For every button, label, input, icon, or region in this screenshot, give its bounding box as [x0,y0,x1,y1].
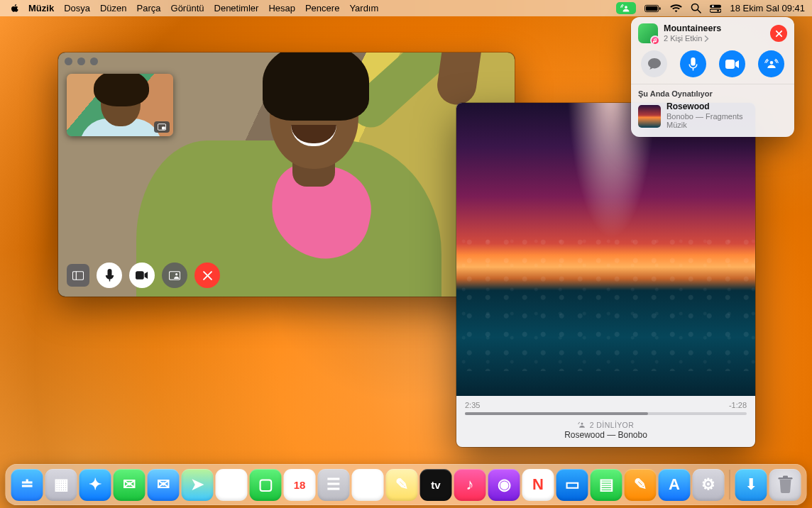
dock-music[interactable]: ♪ [454,469,486,501]
dock-facetime[interactable]: ▢ [250,469,282,501]
svg-rect-24 [725,60,735,69]
shareplay-icon [578,421,586,429]
album-artwork[interactable] [456,103,755,396]
dock-settings[interactable]: ⚙ [693,469,725,501]
control-center-icon[interactable] [710,4,721,13]
app-name[interactable]: Müzik [28,3,54,13]
shareplay-panel: Mountaineers 2 Kişi Etkin Şu Anda Oynatı… [631,17,794,137]
now-playing-heading: Şu Anda Oynatılıyor [638,89,787,98]
messages-button[interactable] [641,50,667,77]
dock-calendar[interactable]: 18 [284,469,316,501]
shareplay-button[interactable] [758,50,784,77]
scrubber[interactable] [465,412,747,415]
dock-notes[interactable]: ✎ [386,469,418,501]
shareplay-indicator[interactable] [616,2,636,14]
chevron-right-icon [704,35,709,42]
now-playing-source: Müzik [666,121,743,130]
svg-rect-22 [691,57,695,66]
group-subtitle[interactable]: 2 Kişi Etkin [664,34,764,43]
menu-account[interactable]: Hesap [268,3,295,13]
dock-numbers[interactable]: ▤ [591,469,622,501]
menu-view[interactable]: Görüntü [171,3,204,13]
dock-appstore[interactable]: A [659,469,691,501]
dock-separator [730,470,730,499]
battery-icon[interactable] [644,4,662,13]
shareplay-actions [638,49,787,84]
video-button[interactable] [719,50,745,77]
facetime-mute-button[interactable] [97,263,122,288]
spotlight-icon[interactable] [691,3,701,13]
menu-help[interactable]: Yardım [349,3,378,13]
group-avatar [638,23,658,43]
svg-point-8 [718,9,720,11]
dock-photos[interactable]: ✿ [216,469,248,501]
listeners-label: 2 DİNLİYOR [590,421,634,429]
dock-mail[interactable]: ✉ [148,469,180,501]
dock-keynote[interactable]: ▭ [556,469,588,501]
now-playing-title: Rosewood [666,102,743,112]
facetime-controls [67,263,220,288]
svg-line-4 [698,10,701,13]
dock-tv[interactable]: tv [420,469,452,501]
apple-menu[interactable] [10,4,20,13]
menu-edit[interactable]: Düzen [100,3,127,13]
dock-trash[interactable] [769,469,801,501]
dock-safari[interactable]: ✦ [79,469,111,501]
facetime-sidebar-button[interactable] [67,264,89,287]
now-playing-subtitle: Bonobo — Fragments [666,112,743,121]
dock-contacts[interactable]: ☰ [318,469,350,501]
menubar: Müzik Dosya Düzen Parça Görüntü Denetiml… [0,0,812,16]
dock-podcasts[interactable]: ◉ [488,469,520,501]
dock-finder[interactable]: ≐ [11,469,43,501]
menu-track[interactable]: Parça [137,3,161,13]
facetime-window [58,53,515,297]
svg-point-17 [175,273,177,275]
svg-rect-15 [136,271,144,280]
facetime-share-button[interactable] [162,263,187,288]
dock: ≐▦✦✉✉➤✿▢18☰☰✎tv♪◉N▭▤✎A⚙⬇ [6,464,807,505]
menu-controls[interactable]: Denetimler [214,3,259,13]
now-playing-row[interactable]: Rosewood Bonobo — Fragments Müzik [638,102,787,130]
dock-messages[interactable]: ✉ [114,469,146,501]
dock-downloads[interactable]: ⬇ [735,469,767,501]
group-name[interactable]: Mountaineers [664,23,764,33]
svg-point-7 [713,5,715,7]
pip-icon[interactable] [154,121,170,133]
mic-button[interactable] [680,50,706,77]
elapsed-time: 2:35 [465,401,480,409]
now-playing-artwork [638,105,661,128]
svg-rect-2 [659,7,661,10]
facetime-video-button[interactable] [129,263,155,288]
menubar-datetime[interactable]: 18 Ekim Sal 09:41 [730,3,805,13]
leave-shareplay-button[interactable] [770,25,787,42]
dock-launchpad[interactable]: ▦ [45,469,77,501]
dock-maps[interactable]: ➤ [182,469,214,501]
remaining-time: -1:28 [729,401,747,409]
track-title-line: Rosewood — Bonobo [465,430,747,440]
svg-rect-11 [72,271,83,280]
svg-rect-26 [783,476,788,478]
svg-rect-5 [710,4,721,7]
listeners-indicator: 2 DİNLİYOR [465,421,747,429]
menubar-tray: 18 Ekim Sal 09:41 [616,2,805,14]
music-miniplayer: 2:35 -1:28 2 DİNLİYOR Rosewood — Bonobo [456,103,755,447]
menu-window[interactable]: Pencere [305,3,339,13]
dock-pages[interactable]: ✎ [625,469,657,501]
svg-rect-10 [162,127,165,130]
playback-times: 2:35 -1:28 [465,401,747,409]
music-badge-icon [650,35,660,45]
svg-rect-1 [646,6,658,10]
dock-news[interactable]: N [522,469,554,501]
wifi-icon[interactable] [670,4,682,13]
dock-reminders[interactable]: ☰ [352,469,384,501]
facetime-end-button[interactable] [194,263,220,288]
facetime-self-view[interactable] [67,74,173,136]
window-traffic-lights[interactable] [65,57,98,65]
menu-file[interactable]: Dosya [64,3,90,13]
svg-rect-6 [710,9,721,11]
